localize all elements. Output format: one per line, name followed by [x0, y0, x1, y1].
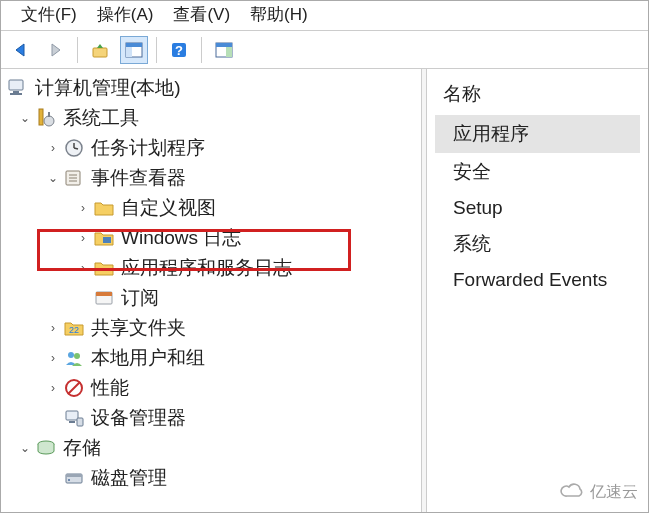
expand-icon[interactable]: › — [75, 201, 91, 215]
show-hide-console-tree-button[interactable] — [120, 36, 148, 64]
tree-disk-management[interactable]: 磁盘管理 — [3, 463, 419, 493]
tree-storage[interactable]: ⌄ 存储 — [3, 433, 419, 463]
tree-custom-views[interactable]: › 自定义视图 — [3, 193, 419, 223]
expand-icon[interactable]: ⌄ — [17, 441, 33, 455]
tree-custom-views-label: 自定义视图 — [121, 195, 216, 221]
tree-performance-label: 性能 — [91, 375, 129, 401]
svg-point-26 — [68, 352, 74, 358]
highlight-annotation — [37, 229, 351, 271]
console-tree[interactable]: 计算机管理(本地) ⌄ 系统工具 › — [1, 69, 421, 512]
expand-icon[interactable]: ⌄ — [45, 171, 61, 185]
tree-disk-management-label: 磁盘管理 — [91, 465, 167, 491]
system-tools-icon — [35, 107, 57, 129]
expand-icon[interactable]: › — [45, 141, 61, 155]
svg-rect-35 — [66, 474, 82, 477]
device-manager-icon — [63, 407, 85, 429]
svg-rect-24 — [96, 292, 112, 296]
disk-icon — [63, 467, 85, 489]
menu-help[interactable]: 帮助(H) — [250, 3, 308, 26]
svg-rect-2 — [126, 43, 142, 47]
tree-system-tools[interactable]: ⌄ 系统工具 — [3, 103, 419, 133]
expand-icon[interactable]: › — [45, 381, 61, 395]
cloud-icon — [560, 481, 586, 504]
tree-system-tools-label: 系统工具 — [63, 105, 139, 131]
computer-management-icon — [7, 77, 29, 99]
svg-point-27 — [74, 353, 80, 359]
action-pane-button[interactable] — [210, 36, 238, 64]
toolbar-separator — [201, 37, 202, 63]
shared-folders-icon: 22 — [63, 317, 85, 339]
svg-rect-3 — [126, 47, 132, 57]
svg-point-13 — [44, 116, 54, 126]
svg-rect-0 — [93, 48, 107, 57]
tree-performance[interactable]: › 性能 — [3, 373, 419, 403]
tree-storage-label: 存储 — [63, 435, 101, 461]
list-item[interactable]: Setup — [435, 191, 640, 225]
svg-text:?: ? — [175, 43, 183, 58]
expand-icon[interactable]: ⌄ — [17, 111, 33, 125]
svg-rect-7 — [216, 43, 232, 47]
svg-line-17 — [74, 148, 78, 149]
content-panes: 计算机管理(本地) ⌄ 系统工具 › — [1, 69, 648, 512]
performance-icon — [63, 377, 85, 399]
tree-event-viewer-label: 事件查看器 — [91, 165, 186, 191]
svg-rect-8 — [226, 47, 232, 57]
log-list: 应用程序 安全 Setup 系统 Forwarded Events — [439, 115, 636, 297]
menu-file[interactable]: 文件(F) — [21, 3, 77, 26]
svg-rect-10 — [13, 91, 19, 93]
tree-root-label: 计算机管理(本地) — [35, 75, 181, 101]
folder-icon — [93, 197, 115, 219]
list-item[interactable]: Forwarded Events — [435, 263, 640, 297]
expand-icon[interactable]: › — [45, 351, 61, 365]
list-item[interactable]: 应用程序 — [435, 115, 640, 153]
toolbar-separator — [156, 37, 157, 63]
svg-rect-11 — [10, 93, 22, 95]
tree-shared-folders-label: 共享文件夹 — [91, 315, 186, 341]
tree-device-manager[interactable]: 设备管理器 — [3, 403, 419, 433]
list-item[interactable]: 系统 — [435, 225, 640, 263]
event-viewer-icon — [63, 167, 85, 189]
svg-rect-32 — [77, 418, 83, 426]
svg-rect-14 — [48, 112, 50, 117]
nav-back-button[interactable] — [7, 36, 35, 64]
svg-rect-31 — [69, 421, 75, 423]
watermark-text: 亿速云 — [590, 482, 638, 503]
toolbar-separator — [77, 37, 78, 63]
tree-task-scheduler-label: 任务计划程序 — [91, 135, 205, 161]
tree-local-users[interactable]: › 本地用户和组 — [3, 343, 419, 373]
svg-rect-9 — [9, 80, 23, 90]
list-item[interactable]: 安全 — [435, 153, 640, 191]
toolbar: ? — [1, 31, 648, 69]
svg-rect-30 — [66, 411, 78, 420]
svg-text:22: 22 — [69, 325, 79, 335]
menu-bar: 文件(F) 操作(A) 查看(V) 帮助(H) — [1, 1, 648, 31]
tree-root[interactable]: 计算机管理(本地) — [3, 73, 419, 103]
menu-action[interactable]: 操作(A) — [97, 3, 154, 26]
tree-device-manager-label: 设备管理器 — [91, 405, 186, 431]
tree-local-users-label: 本地用户和组 — [91, 345, 205, 371]
tree-subscriptions[interactable]: 订阅 — [3, 283, 419, 313]
tree-event-viewer[interactable]: ⌄ 事件查看器 — [3, 163, 419, 193]
storage-icon — [35, 437, 57, 459]
details-pane: 名称 应用程序 安全 Setup 系统 Forwarded Events — [427, 69, 648, 512]
users-icon — [63, 347, 85, 369]
expand-icon[interactable]: › — [45, 321, 61, 335]
tree-task-scheduler[interactable]: › 任务计划程序 — [3, 133, 419, 163]
column-header-name[interactable]: 名称 — [439, 75, 636, 115]
help-button[interactable]: ? — [165, 36, 193, 64]
svg-point-36 — [68, 479, 70, 481]
watermark: 亿速云 — [560, 481, 638, 504]
subscriptions-icon — [93, 287, 115, 309]
svg-rect-12 — [39, 109, 43, 125]
clock-icon — [63, 137, 85, 159]
menu-view[interactable]: 查看(V) — [173, 3, 230, 26]
up-level-button[interactable] — [86, 36, 114, 64]
tree-subscriptions-label: 订阅 — [121, 285, 159, 311]
nav-forward-button[interactable] — [41, 36, 69, 64]
tree-shared-folders[interactable]: › 22 共享文件夹 — [3, 313, 419, 343]
